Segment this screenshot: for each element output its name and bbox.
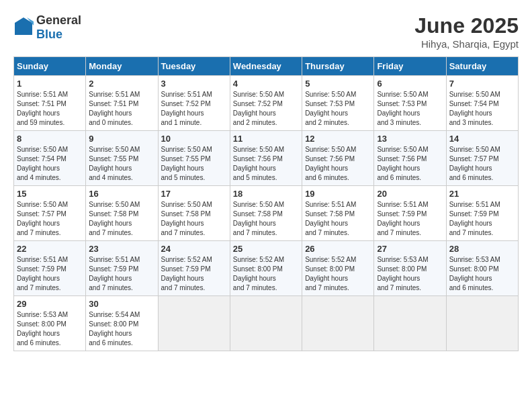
day-info: Sunrise: 5:51 AMSunset: 7:59 PMDaylight … — [17, 255, 83, 293]
calendar-cell: 27Sunrise: 5:53 AMSunset: 8:00 PMDayligh… — [374, 241, 446, 296]
day-number: 19 — [305, 189, 371, 199]
day-info: Sunrise: 5:50 AMSunset: 7:55 PMDaylight … — [89, 145, 154, 183]
day-info: Sunrise: 5:50 AMSunset: 7:53 PMDaylight … — [305, 90, 371, 128]
calendar-cell: 5Sunrise: 5:50 AMSunset: 7:53 PMDaylight… — [302, 76, 374, 131]
calendar-cell: 22Sunrise: 5:51 AMSunset: 7:59 PMDayligh… — [14, 241, 86, 296]
weekday-header: Friday — [374, 57, 446, 76]
calendar-week-row: 8Sunrise: 5:50 AMSunset: 7:54 PMDaylight… — [14, 131, 519, 186]
calendar-cell: 8Sunrise: 5:50 AMSunset: 7:54 PMDaylight… — [14, 131, 86, 186]
day-number: 2 — [89, 79, 154, 89]
calendar-cell: 17Sunrise: 5:50 AMSunset: 7:58 PMDayligh… — [158, 186, 230, 241]
calendar-cell: 14Sunrise: 5:50 AMSunset: 7:57 PMDayligh… — [446, 131, 518, 186]
calendar-week-row: 22Sunrise: 5:51 AMSunset: 7:59 PMDayligh… — [14, 241, 519, 296]
calendar-cell — [302, 296, 374, 351]
day-number: 23 — [89, 244, 154, 254]
day-info: Sunrise: 5:53 AMSunset: 8:00 PMDaylight … — [377, 255, 443, 293]
day-info: Sunrise: 5:50 AMSunset: 7:52 PMDaylight … — [233, 90, 299, 128]
day-number: 3 — [161, 79, 227, 89]
calendar-week-row: 15Sunrise: 5:50 AMSunset: 7:57 PMDayligh… — [14, 186, 519, 241]
day-number: 5 — [305, 79, 371, 89]
day-info: Sunrise: 5:50 AMSunset: 7:55 PMDaylight … — [161, 145, 227, 183]
day-number: 18 — [233, 189, 299, 199]
calendar-cell: 28Sunrise: 5:53 AMSunset: 8:00 PMDayligh… — [446, 241, 518, 296]
day-number: 12 — [305, 134, 371, 144]
day-number: 27 — [377, 244, 443, 254]
calendar-cell: 10Sunrise: 5:50 AMSunset: 7:55 PMDayligh… — [158, 131, 230, 186]
day-info: Sunrise: 5:51 AMSunset: 7:52 PMDaylight … — [161, 90, 227, 128]
calendar-cell: 15Sunrise: 5:50 AMSunset: 7:57 PMDayligh… — [14, 186, 86, 241]
calendar-cell — [446, 296, 518, 351]
day-info: Sunrise: 5:50 AMSunset: 7:56 PMDaylight … — [305, 145, 371, 183]
day-info: Sunrise: 5:50 AMSunset: 7:54 PMDaylight … — [449, 90, 515, 128]
calendar-table: SundayMondayTuesdayWednesdayThursdayFrid… — [13, 56, 519, 351]
title-area: June 2025 Hihya, Sharqia, Egypt — [414, 13, 519, 50]
day-info: Sunrise: 5:51 AMSunset: 7:51 PMDaylight … — [17, 90, 83, 128]
logo: General Blue — [13, 13, 81, 42]
calendar-cell: 7Sunrise: 5:50 AMSunset: 7:54 PMDaylight… — [446, 76, 518, 131]
day-number: 13 — [377, 134, 443, 144]
day-info: Sunrise: 5:53 AMSunset: 8:00 PMDaylight … — [449, 255, 515, 293]
calendar-cell: 1Sunrise: 5:51 AMSunset: 7:51 PMDaylight… — [14, 76, 86, 131]
calendar-cell: 23Sunrise: 5:51 AMSunset: 7:59 PMDayligh… — [86, 241, 158, 296]
day-number: 6 — [377, 79, 443, 89]
day-number: 1 — [17, 79, 83, 89]
day-number: 29 — [17, 299, 83, 309]
calendar-cell: 11Sunrise: 5:50 AMSunset: 7:56 PMDayligh… — [230, 131, 302, 186]
day-info: Sunrise: 5:50 AMSunset: 7:58 PMDaylight … — [89, 200, 154, 238]
calendar-cell: 25Sunrise: 5:52 AMSunset: 8:00 PMDayligh… — [230, 241, 302, 296]
weekday-header-row: SundayMondayTuesdayWednesdayThursdayFrid… — [14, 57, 519, 76]
weekday-header: Tuesday — [158, 57, 230, 76]
day-number: 22 — [17, 244, 83, 254]
day-info: Sunrise: 5:51 AMSunset: 7:51 PMDaylight … — [89, 90, 154, 128]
weekday-header: Wednesday — [230, 57, 302, 76]
day-info: Sunrise: 5:54 AMSunset: 8:00 PMDaylight … — [89, 310, 154, 348]
day-number: 7 — [449, 79, 515, 89]
day-number: 16 — [89, 189, 154, 199]
day-info: Sunrise: 5:50 AMSunset: 7:58 PMDaylight … — [233, 200, 299, 238]
logo-blue: Blue — [36, 28, 62, 41]
day-number: 20 — [377, 189, 443, 199]
day-info: Sunrise: 5:52 AMSunset: 8:00 PMDaylight … — [233, 255, 299, 293]
day-number: 24 — [161, 244, 227, 254]
day-info: Sunrise: 5:50 AMSunset: 7:53 PMDaylight … — [377, 90, 443, 128]
calendar-cell: 20Sunrise: 5:51 AMSunset: 7:59 PMDayligh… — [374, 186, 446, 241]
day-number: 4 — [233, 79, 299, 89]
calendar-cell: 12Sunrise: 5:50 AMSunset: 7:56 PMDayligh… — [302, 131, 374, 186]
day-info: Sunrise: 5:50 AMSunset: 7:56 PMDaylight … — [233, 145, 299, 183]
calendar-cell: 16Sunrise: 5:50 AMSunset: 7:58 PMDayligh… — [86, 186, 158, 241]
day-number: 30 — [89, 299, 154, 309]
day-info: Sunrise: 5:50 AMSunset: 7:57 PMDaylight … — [449, 145, 515, 183]
day-info: Sunrise: 5:50 AMSunset: 7:56 PMDaylight … — [377, 145, 443, 183]
day-number: 9 — [89, 134, 154, 144]
day-info: Sunrise: 5:52 AMSunset: 8:00 PMDaylight … — [305, 255, 371, 293]
day-info: Sunrise: 5:51 AMSunset: 7:59 PMDaylight … — [377, 200, 443, 238]
calendar-cell: 2Sunrise: 5:51 AMSunset: 7:51 PMDaylight… — [86, 76, 158, 131]
day-info: Sunrise: 5:51 AMSunset: 7:59 PMDaylight … — [89, 255, 154, 293]
calendar-cell: 6Sunrise: 5:50 AMSunset: 7:53 PMDaylight… — [374, 76, 446, 131]
location-subtitle: Hihya, Sharqia, Egypt — [414, 38, 519, 50]
day-number: 15 — [17, 189, 83, 199]
day-info: Sunrise: 5:51 AMSunset: 7:59 PMDaylight … — [449, 200, 515, 238]
calendar-cell: 26Sunrise: 5:52 AMSunset: 8:00 PMDayligh… — [302, 241, 374, 296]
logo-text: General Blue — [36, 13, 81, 42]
day-info: Sunrise: 5:50 AMSunset: 7:57 PMDaylight … — [17, 200, 83, 238]
day-number: 11 — [233, 134, 299, 144]
calendar-cell: 19Sunrise: 5:51 AMSunset: 7:58 PMDayligh… — [302, 186, 374, 241]
logo-general: General — [36, 13, 81, 27]
weekday-header: Sunday — [14, 57, 86, 76]
day-number: 10 — [161, 134, 227, 144]
calendar-cell — [374, 296, 446, 351]
day-number: 14 — [449, 134, 515, 144]
calendar-cell: 3Sunrise: 5:51 AMSunset: 7:52 PMDaylight… — [158, 76, 230, 131]
calendar-cell: 18Sunrise: 5:50 AMSunset: 7:58 PMDayligh… — [230, 186, 302, 241]
calendar-cell: 29Sunrise: 5:53 AMSunset: 8:00 PMDayligh… — [14, 296, 86, 351]
weekday-header: Saturday — [446, 57, 518, 76]
calendar-cell: 30Sunrise: 5:54 AMSunset: 8:00 PMDayligh… — [86, 296, 158, 351]
day-number: 28 — [449, 244, 515, 254]
day-number: 26 — [305, 244, 371, 254]
day-info: Sunrise: 5:52 AMSunset: 7:59 PMDaylight … — [161, 255, 227, 293]
weekday-header: Monday — [86, 57, 158, 76]
day-number: 25 — [233, 244, 299, 254]
calendar-cell: 9Sunrise: 5:50 AMSunset: 7:55 PMDaylight… — [86, 131, 158, 186]
day-info: Sunrise: 5:50 AMSunset: 7:58 PMDaylight … — [161, 200, 227, 238]
